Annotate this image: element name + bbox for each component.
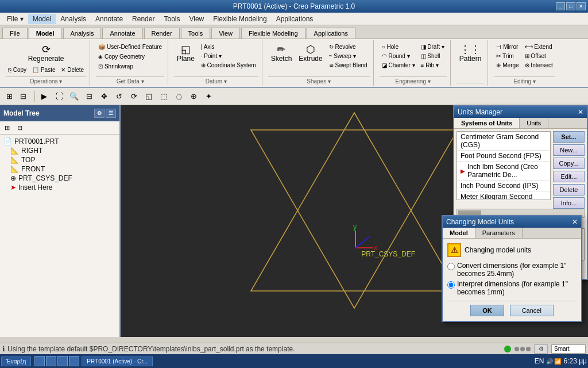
btn-swept-blend[interactable]: ≋ Swept Blend [327,61,370,70]
cud-radio-convert[interactable] [447,263,455,270]
normal-view-btn[interactable]: ▶ [37,90,51,103]
btn-round[interactable]: ◠ Round ▾ [380,52,417,60]
um-systems-list[interactable]: Centimeter Gram Second (CGS) Foot Pound … [457,131,551,200]
tree-item-right[interactable]: 📐 RIGHT [0,146,119,155]
um-item-fps[interactable]: Foot Pound Second (FPS) [457,151,550,162]
menu-model[interactable]: Model [28,14,56,24]
tree-item-front[interactable]: 📐 FRONT [0,164,119,174]
pan-btn[interactable]: ✥ [97,90,111,103]
btn-shell[interactable]: ◫ Shell [419,52,447,60]
tree-item-csys[interactable]: ⊕ PRT_CSYS_DEF [0,174,119,183]
btn-offset[interactable]: ⊞ Offset [523,52,555,60]
zoom-out-btn[interactable]: ⊟ [82,90,96,103]
btn-shrinkwrap[interactable]: ⊡ Shrinkwrap [96,62,164,71]
tree-menu-btn[interactable]: ☰ [106,109,116,118]
btn-extend[interactable]: ⟷ Extend [523,43,555,51]
um-item-mks[interactable]: Meter Kilogram Second (MKS) [457,191,550,200]
start-button[interactable]: Έναρξη [1,356,31,366]
cud-ok-button[interactable]: OK [470,305,504,316]
cud-tab-model[interactable]: Model [443,228,475,238]
um-info-btn[interactable]: Info... [553,197,585,209]
btn-merge[interactable]: ⊕ Merge [494,61,521,70]
units-manager-close-x[interactable]: ✕ [578,108,583,116]
um-new-btn[interactable]: New... [553,144,585,156]
zoom-fit-btn[interactable]: ⛶ [52,90,66,103]
btn-mirror[interactable]: ⊣ Mirror [494,43,521,51]
menu-applications[interactable]: Applications [272,14,318,24]
tree-settings-btn[interactable]: ⚙ [94,109,105,118]
zoom-in-btn[interactable]: 🔍 [67,90,81,103]
btn-axis[interactable]: | Axis [199,43,258,51]
view-btn4[interactable]: ⊕ [187,90,200,103]
um-copy-btn[interactable]: Copy... [553,158,585,169]
um-item-ips[interactable]: Inch Pound Second (IPS) [457,181,550,191]
view-btn5[interactable]: ✦ [202,90,215,103]
btn-intersect[interactable]: ⊗ Intersect [523,61,555,70]
btn-rib[interactable]: ≡ Rib ▾ [419,61,447,70]
menu-view[interactable]: View [184,14,208,24]
btn-trim[interactable]: ✂ Trim [494,52,521,60]
spin-btn[interactable]: ⟳ [127,90,141,103]
cud-option-interpret[interactable]: Interpret dimensions (for example 1" bec… [447,280,577,296]
tab-tools[interactable]: Tools [181,28,211,39]
um-tab-units[interactable]: Units [520,118,548,128]
menu-annotate[interactable]: Annotate [91,14,127,24]
btn-hole[interactable]: ○ Hole [380,43,417,51]
btn-regenerate[interactable]: ⟳ Regenerate [6,43,86,64]
btn-coordinate-system[interactable]: ⊕ Coordinate System [199,61,258,70]
taskbar-icon2[interactable] [46,356,56,366]
tree-item-insert[interactable]: ➤ Insert Here [0,183,119,192]
tab-model[interactable]: Model [29,28,62,39]
taskbar-app-prt0001[interactable]: PRT0001 (Active) - Cr... [82,356,153,366]
minimize-button[interactable]: _ [556,2,565,10]
cud-radio-interpret[interactable] [447,281,455,289]
view-btn1[interactable]: ◱ [142,90,156,103]
um-edit-btn[interactable]: Edit... [553,171,585,182]
view-btn2[interactable]: ⬚ [157,90,171,103]
btn-pattern[interactable]: ⋮⋮ Pattern [457,43,485,64]
tab-applications[interactable]: Applications [307,28,355,39]
tab-analysis[interactable]: Analysis [63,28,102,39]
tab-annotate[interactable]: Annotate [102,28,142,39]
view-btn3[interactable]: ◌ [172,90,185,103]
rotate-btn[interactable]: ↺ [112,90,126,103]
btn-revolve[interactable]: ↻ Revolve [327,43,370,51]
smart-input[interactable] [551,344,586,354]
btn-plane[interactable]: ◱ Plane [174,43,198,70]
btn-draft[interactable]: ◨ Draft ▾ [419,43,447,51]
lt-btn2[interactable]: ⊟ [14,122,25,133]
um-delete-btn[interactable]: Delete [553,184,585,195]
btn-copy-geometry[interactable]: ◈ Copy Geometry [96,52,164,61]
um-tab-systems[interactable]: Systems of Units [454,118,520,128]
lt-btn1[interactable]: ⊞ [1,122,13,133]
tab-view[interactable]: View [211,28,240,39]
btn-extrude[interactable]: ⬡ Extrude [296,43,325,64]
cud-option-convert[interactable]: Convert dimensions (for example 1" becom… [447,262,577,278]
btn-sketch[interactable]: ✏ Sketch [268,43,295,64]
maximize-button[interactable]: □ [566,2,575,10]
tab-file[interactable]: File [2,28,28,39]
tree-item-prt0001[interactable]: 📄 PRT0001.PRT [0,137,119,146]
tab-render[interactable]: Render [144,28,180,39]
tree-toggle-btn[interactable]: ⊞ [2,90,16,103]
btn-point[interactable]: · Point ▾ [199,52,258,60]
tab-flexible-modeling[interactable]: Flexible Modeling [241,28,305,39]
btn-paste[interactable]: 📋 Paste [30,66,57,74]
status-toggle[interactable]: ⚙ [534,344,548,354]
btn-copy[interactable]: ⎘ Copy [6,66,29,74]
tree-item-top[interactable]: 📐 TOP [0,155,119,164]
taskbar-icon3[interactable] [57,356,68,366]
um-item-inch-lbm[interactable]: ▶ Inch lbm Second (Creo Parametric De... [457,162,550,181]
menu-render[interactable]: Render [127,14,159,24]
cud-tab-parameters[interactable]: Parameters [475,228,523,238]
btn-delete[interactable]: ✕ Delete [59,66,86,74]
menu-file[interactable]: File ▾ [2,14,28,24]
menu-analysis[interactable]: Analysis [56,14,91,24]
taskbar-sys-icon1[interactable]: 🔊 [546,358,553,365]
btn-chamfer[interactable]: ◪ Chamfer ▾ [380,61,417,70]
um-set-btn[interactable]: Set... [553,131,585,143]
btn-user-defined-feature[interactable]: 📦 User-Defined Feature [96,43,164,51]
taskbar-sys-icon2[interactable]: 📶 [554,358,561,365]
menu-tools[interactable]: Tools [159,14,184,24]
cud-close-x[interactable]: ✕ [572,218,578,226]
